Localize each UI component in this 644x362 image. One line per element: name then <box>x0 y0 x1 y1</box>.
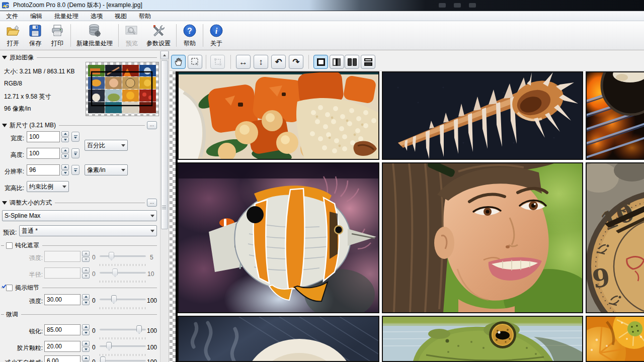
marquee-select-button[interactable] <box>188 55 202 69</box>
menu-help[interactable]: 帮助 <box>133 11 157 22</box>
new-size-more-button[interactable]: ... <box>147 121 157 129</box>
settings-button[interactable]: 参数设置 <box>143 21 174 50</box>
menu-options[interactable]: 选项 <box>85 11 109 22</box>
resize-method-section-header[interactable]: 调整大小的方式 ... <box>2 199 157 207</box>
menu-bar: 文件 编辑 批量处理 选项 视图 帮助 <box>0 12 644 21</box>
settings-label: 参数设置 <box>146 39 171 48</box>
menu-batch[interactable]: 批量处理 <box>48 11 85 22</box>
reveal-strength-max: 100 <box>147 297 157 304</box>
width-label: 宽度: <box>1 134 24 143</box>
reveal-detail-header: 揭示细节 <box>1 284 157 292</box>
slider-thumb[interactable] <box>136 325 142 334</box>
scrollbar-thumb[interactable] <box>161 60 168 229</box>
print-button[interactable]: 打印 <box>46 21 68 50</box>
slider-ticks <box>100 307 146 309</box>
artifact-reduction-input[interactable] <box>44 355 80 362</box>
preview-toolbar-separator <box>308 55 309 69</box>
width-input[interactable] <box>27 131 60 142</box>
save-floppy-icon <box>28 23 43 38</box>
film-grain-slider[interactable] <box>100 341 146 352</box>
chevron-down-icon <box>121 144 125 147</box>
resize-method-value: S-Spline Max <box>5 212 148 219</box>
about-button[interactable]: i 关于 <box>205 21 227 50</box>
scroll-up-button[interactable] <box>160 51 169 59</box>
artifact-reduction-max: 100 <box>147 358 157 362</box>
width-options-button[interactable] <box>71 132 79 142</box>
sharpen-input[interactable] <box>44 324 80 335</box>
original-image-section-header[interactable]: 原始图像 <box>2 53 157 61</box>
height-input[interactable] <box>27 148 60 159</box>
title-bar: PhotoZoom Pro 8.0 (Demo 版本) - [example.j… <box>0 0 644 11</box>
new-size-section-header[interactable]: 新尺寸 (3.21 MB) ... <box>2 121 157 129</box>
hand-tool-button[interactable] <box>171 55 186 69</box>
slider-thumb[interactable] <box>111 295 117 304</box>
view-split-button[interactable] <box>330 55 344 69</box>
resolution-options-button[interactable] <box>71 165 79 175</box>
rotate-left-icon: ↶ <box>275 58 282 66</box>
unsharp-mask-checkbox[interactable] <box>6 242 13 249</box>
unsharp-strength-max: 5 <box>150 254 153 261</box>
resolution-spinner[interactable] <box>61 164 69 175</box>
size-unit-select[interactable]: 百分比 <box>85 140 128 151</box>
artifact-reduction-spinner[interactable] <box>82 355 90 362</box>
preview-toolbar: ↔ ↕ ↶ ↷ <box>170 51 644 71</box>
unsharp-radius-label: 半径: <box>10 270 43 279</box>
menu-file[interactable]: 文件 <box>0 11 24 22</box>
reveal-strength-min: 0 <box>92 297 96 304</box>
unsharp-strength-input <box>44 251 80 262</box>
film-grain-spinner[interactable] <box>82 341 90 352</box>
view-side-by-side-button[interactable] <box>345 55 359 69</box>
open-button[interactable]: 打开 <box>2 21 24 50</box>
rotate-right-button[interactable]: ↷ <box>289 55 303 69</box>
artifact-reduction-min: 0 <box>92 358 96 362</box>
height-options-button[interactable] <box>71 148 79 158</box>
height-spinner[interactable] <box>61 148 69 159</box>
menu-view[interactable]: 视图 <box>109 11 133 22</box>
resize-method-more-button[interactable]: ... <box>147 199 157 207</box>
sharpen-label: 锐化: <box>4 327 43 336</box>
about-label: 关于 <box>210 39 222 48</box>
app-icon <box>2 2 10 10</box>
resolution-unit-select[interactable]: 像素/in <box>85 164 128 175</box>
unsharp-strength-spinner <box>82 251 90 262</box>
panel-scrollbar[interactable] <box>160 51 168 362</box>
aspect-select[interactable]: 约束比例 <box>27 181 69 192</box>
resize-method-select[interactable]: S-Spline Max <box>2 210 157 221</box>
sharpen-slider[interactable] <box>100 324 146 335</box>
toolbar-separator <box>203 24 203 47</box>
size-unit-value: 百分比 <box>87 141 119 150</box>
preset-select[interactable]: 普通 * <box>19 225 157 236</box>
view-stacked-button[interactable] <box>361 55 375 69</box>
reveal-strength-spinner[interactable] <box>82 294 90 305</box>
toolbar-separator <box>70 24 71 47</box>
new-batch-label: 新建批量处理 <box>76 39 113 48</box>
slider-thumb[interactable] <box>100 356 106 362</box>
split-view-icon <box>333 58 342 66</box>
artifact-reduction-slider[interactable] <box>100 355 146 362</box>
reveal-strength-input[interactable] <box>44 294 80 305</box>
background-window-control <box>469 3 476 8</box>
menu-edit[interactable]: 编辑 <box>24 11 48 22</box>
slider-thumb <box>112 268 118 277</box>
navigator-thumbnail[interactable] <box>86 62 159 116</box>
new-batch-button[interactable]: 新建批量处理 <box>73 21 116 50</box>
fit-height-button[interactable]: ↕ <box>254 55 268 69</box>
photo-tile-seashell <box>382 71 583 160</box>
photo-tile-vintage-clock: 10 9 <box>586 162 644 313</box>
reveal-detail-checkbox[interactable] <box>6 285 13 291</box>
resolution-input[interactable] <box>27 164 60 175</box>
film-grain-input[interactable] <box>44 341 80 352</box>
single-view-icon <box>317 58 325 66</box>
width-spinner[interactable] <box>61 131 69 142</box>
preview-canvas[interactable]: 10 9 <box>170 71 644 362</box>
rotate-left-button[interactable]: ↶ <box>271 55 286 69</box>
slider-thumb[interactable] <box>106 342 112 350</box>
fine-tune-header: 微调 <box>1 311 157 318</box>
help-button[interactable]: ? 帮助 <box>179 21 201 50</box>
save-button[interactable]: 保存 <box>24 21 46 50</box>
view-single-button[interactable] <box>313 55 328 69</box>
photo-tile-frog <box>382 316 583 362</box>
fit-width-button[interactable]: ↔ <box>236 55 251 69</box>
reveal-strength-slider[interactable] <box>100 294 146 305</box>
sharpen-spinner[interactable] <box>82 324 90 335</box>
